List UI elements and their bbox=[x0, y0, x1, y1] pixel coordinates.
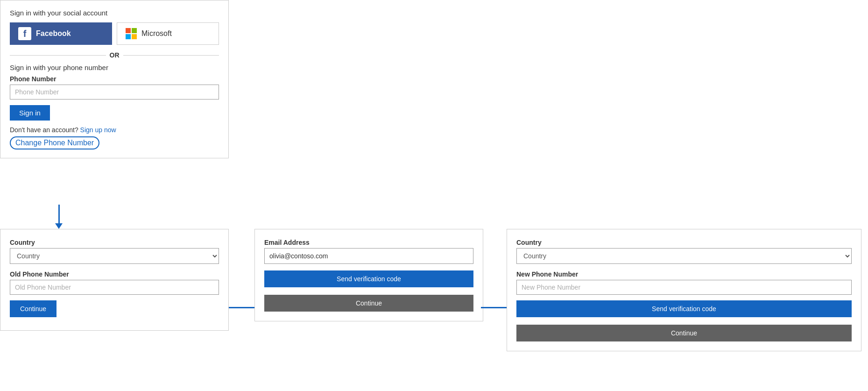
signin-button[interactable]: Sign in bbox=[10, 105, 50, 121]
microsoft-button[interactable]: Microsoft bbox=[117, 22, 219, 45]
phone-number-input[interactable] bbox=[10, 85, 219, 100]
country-label-right: Country bbox=[516, 239, 852, 246]
change-phone-number-link[interactable]: Change Phone Number bbox=[10, 136, 99, 149]
arrow-shaft-2 bbox=[481, 307, 507, 308]
continue-button-left[interactable]: Continue bbox=[10, 300, 56, 317]
arrow-head bbox=[55, 223, 63, 229]
country-select-left[interactable]: Country bbox=[10, 248, 219, 264]
arrow-shaft bbox=[58, 205, 60, 223]
facebook-label: Facebook bbox=[36, 29, 71, 38]
new-phone-input[interactable] bbox=[516, 280, 852, 295]
phone-number-label: Phone Number bbox=[10, 75, 219, 83]
new-phone-card: Country Country New Phone Number Send ve… bbox=[507, 229, 861, 351]
arrow-shaft-1 bbox=[229, 307, 254, 308]
signup-now-link[interactable]: Sign up now bbox=[80, 126, 116, 134]
signin-card: Sign in with your social account f Faceb… bbox=[0, 0, 229, 158]
no-account-text: Don't have an account? Sign up now bbox=[10, 126, 219, 134]
social-buttons: f Facebook Microsoft bbox=[10, 22, 219, 45]
country-select-right[interactable]: Country bbox=[516, 248, 852, 264]
divider-line-right bbox=[123, 55, 219, 56]
new-phone-label: New Phone Number bbox=[516, 270, 852, 278]
microsoft-label: Microsoft bbox=[141, 29, 172, 38]
social-title: Sign in with your social account bbox=[10, 9, 219, 17]
facebook-button[interactable]: f Facebook bbox=[10, 22, 112, 45]
email-label: Email Address bbox=[264, 239, 473, 246]
facebook-icon: f bbox=[18, 27, 31, 40]
microsoft-icon bbox=[126, 28, 137, 39]
divider-line-left bbox=[10, 55, 106, 56]
old-phone-label: Old Phone Number bbox=[10, 270, 219, 278]
change-phone-card: Country Country Old Phone Number Continu… bbox=[0, 229, 229, 331]
send-verification-button-right[interactable]: Send verification code bbox=[516, 300, 852, 317]
continue-button-mid[interactable]: Continue bbox=[264, 295, 473, 312]
continue-button-right[interactable]: Continue bbox=[516, 325, 852, 341]
country-label-left: Country bbox=[10, 239, 219, 246]
arrow-down bbox=[55, 205, 63, 229]
send-verification-button-mid[interactable]: Send verification code bbox=[264, 270, 473, 287]
email-input[interactable] bbox=[264, 248, 473, 264]
old-phone-input[interactable] bbox=[10, 280, 219, 295]
or-divider: OR bbox=[10, 51, 219, 59]
phone-signin-title: Sign in with your phone number bbox=[10, 64, 219, 71]
or-label: OR bbox=[110, 51, 120, 59]
email-verify-card: Email Address Send verification code Con… bbox=[254, 229, 483, 321]
